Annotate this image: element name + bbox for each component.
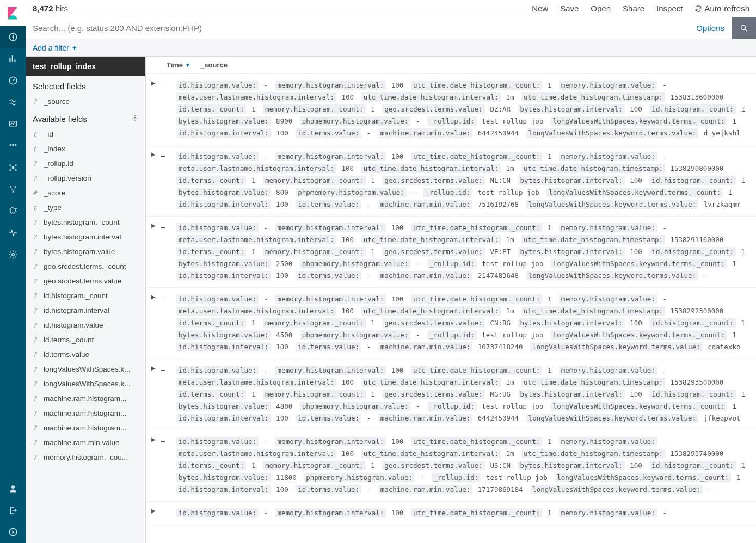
field-name: _type — [44, 203, 62, 212]
field-id.terms._count[interactable]: ?id.terms._count — [26, 332, 145, 347]
field-id.terms.value[interactable]: ?id.terms.value — [26, 347, 145, 362]
nav-management[interactable] — [0, 244, 26, 266]
field-geo.srcdest.terms._count[interactable]: ?geo.srcdest.terms._count — [26, 259, 145, 274]
toggle-icon[interactable]: – — [161, 223, 165, 282]
field-name: longValuesWithSpaces.k... — [44, 365, 131, 373]
field-name: id.histogram._count — [44, 292, 108, 300]
field-id.histogram.interval[interactable]: ?id.histogram.interval — [26, 303, 145, 318]
gear-icon[interactable] — [131, 114, 139, 124]
field-bytes.histogram._count[interactable]: ?bytes.histogram._count — [26, 215, 145, 230]
toggle-icon[interactable]: – — [161, 151, 165, 211]
field-type-icon: t — [33, 204, 38, 212]
expand-icon[interactable]: ▶ — [151, 223, 156, 282]
field-name: machine.ram.histogram... — [44, 424, 126, 432]
nav-monitoring[interactable] — [0, 222, 26, 244]
svg-rect-3 — [10, 144, 11, 146]
field-type-icon: ? — [33, 98, 38, 106]
nav-discover[interactable] — [0, 26, 26, 48]
toggle-icon[interactable]: – — [161, 80, 165, 139]
doc-source: id.histogram.value: - memory.histogram.i… — [176, 293, 748, 353]
hits-count: 8,472 hits — [33, 4, 68, 13]
kibana-logo[interactable] — [0, 0, 26, 26]
options-link[interactable]: Options — [689, 17, 732, 39]
field-type-icon: ? — [33, 439, 38, 447]
topbar: 8,472 hits NewSaveOpenShareInspectAuto-r… — [26, 0, 756, 17]
nav-timelion[interactable] — [0, 91, 26, 113]
results-panel: Time▼ _source ▶– id.histogram.value: - m… — [146, 57, 756, 543]
search-button[interactable] — [732, 17, 756, 39]
field-bytes.histogram.value[interactable]: ?bytes.histogram.value — [26, 244, 145, 259]
field-type-icon: ? — [33, 322, 38, 329]
field-_rollup.id[interactable]: ?_rollup.id — [26, 156, 145, 171]
field-machine.ram.histogram...[interactable]: ?machine.ram.histogram... — [26, 406, 145, 421]
filter-row: Add a filter + — [26, 39, 756, 57]
search-row: Options — [26, 17, 756, 39]
field-type-icon: ? — [33, 380, 38, 388]
nav-visualize[interactable] — [0, 48, 26, 70]
field-_source[interactable]: ?_source — [26, 94, 145, 109]
field-name: longValuesWithSpaces.k... — [44, 380, 131, 388]
field-name: machine.ram.histogram... — [44, 409, 126, 417]
toggle-icon[interactable]: – — [161, 365, 165, 424]
field-machine.ram.min.value[interactable]: ?machine.ram.min.value — [26, 435, 145, 450]
doc-row: ▶– id.histogram.value: - memory.histogra… — [146, 74, 756, 145]
field-machine.ram.histogram...[interactable]: ?machine.ram.histogram... — [26, 391, 145, 406]
nav-account[interactable] — [0, 478, 26, 499]
field-longValuesWithSpaces.k...[interactable]: ?longValuesWithSpaces.k... — [26, 362, 145, 377]
toggle-icon[interactable]: – — [161, 436, 165, 496]
svg-point-14 — [12, 254, 15, 256]
expand-icon[interactable]: ▶ — [151, 294, 156, 353]
field-_rollup.version[interactable]: ?_rollup.version — [26, 171, 145, 186]
doc-source: id.histogram.value: - memory.histogram.i… — [176, 365, 748, 424]
nav-logout[interactable] — [0, 499, 26, 521]
field-_type[interactable]: t_type — [26, 200, 145, 215]
auto-refresh[interactable]: Auto-refresh — [694, 4, 749, 13]
top-share[interactable]: Share — [623, 4, 644, 13]
field-id.histogram._count[interactable]: ?id.histogram._count — [26, 288, 145, 303]
add-filter[interactable]: Add a filter + — [33, 44, 77, 52]
top-open[interactable]: Open — [591, 4, 611, 13]
toggle-icon[interactable]: – — [161, 508, 165, 519]
svg-point-15 — [11, 485, 15, 489]
top-new[interactable]: New — [532, 4, 548, 13]
expand-icon[interactable]: ▶ — [151, 508, 156, 519]
field-machine.ram.histogram...[interactable]: ?machine.ram.histogram... — [26, 421, 145, 435]
field-type-icon: ? — [33, 277, 38, 285]
svg-point-17 — [741, 25, 746, 29]
field-memory.histogram._cou...[interactable]: ?memory.histogram._cou... — [26, 450, 145, 465]
nav-dashboard[interactable] — [0, 70, 26, 91]
field-_score[interactable]: #_score — [26, 186, 145, 200]
nav-rail — [0, 0, 26, 543]
field-type-icon: ? — [33, 454, 38, 461]
nav-ml[interactable] — [0, 135, 26, 157]
doc-source: id.histogram.value: - memory.histogram.i… — [176, 507, 748, 519]
field-longValuesWithSpaces.k...[interactable]: ?longValuesWithSpaces.k... — [26, 377, 145, 391]
field-_id[interactable]: t_id — [26, 127, 145, 141]
expand-icon[interactable]: ▶ — [151, 80, 156, 139]
expand-icon[interactable]: ▶ — [151, 151, 156, 211]
field-name: _rollup.version — [44, 174, 91, 182]
nav-canvas[interactable] — [0, 113, 26, 135]
field-name: bytes.histogram.value — [44, 248, 115, 256]
index-pattern-title[interactable]: test_rollup_index — [26, 57, 145, 76]
top-inspect[interactable]: Inspect — [656, 4, 683, 13]
field-id.histogram.value[interactable]: ?id.histogram.value — [26, 318, 145, 332]
nav-collapse[interactable] — [0, 521, 26, 543]
field-bytes.histogram.interval[interactable]: ?bytes.histogram.interval — [26, 230, 145, 244]
field-geo.srcdest.terms.value[interactable]: ?geo.srcdest.terms.value — [26, 274, 145, 288]
search-input[interactable] — [26, 17, 689, 39]
nav-devtools[interactable] — [0, 200, 26, 222]
results-header: Time▼ _source — [146, 57, 756, 74]
top-save[interactable]: Save — [560, 4, 579, 13]
nav-graph[interactable] — [0, 178, 26, 200]
nav-infra[interactable] — [0, 157, 26, 178]
col-source[interactable]: _source — [200, 61, 756, 69]
field-name: geo.srcdest.terms._count — [44, 262, 126, 270]
toggle-icon[interactable]: – — [161, 294, 165, 353]
field-_index[interactable]: t_index — [26, 141, 145, 156]
field-name: geo.srcdest.terms.value — [44, 277, 121, 285]
field-name: bytes.histogram._count — [44, 218, 120, 226]
expand-icon[interactable]: ▶ — [151, 365, 156, 424]
expand-icon[interactable]: ▶ — [151, 436, 156, 496]
col-time[interactable]: Time▼ — [168, 61, 200, 69]
